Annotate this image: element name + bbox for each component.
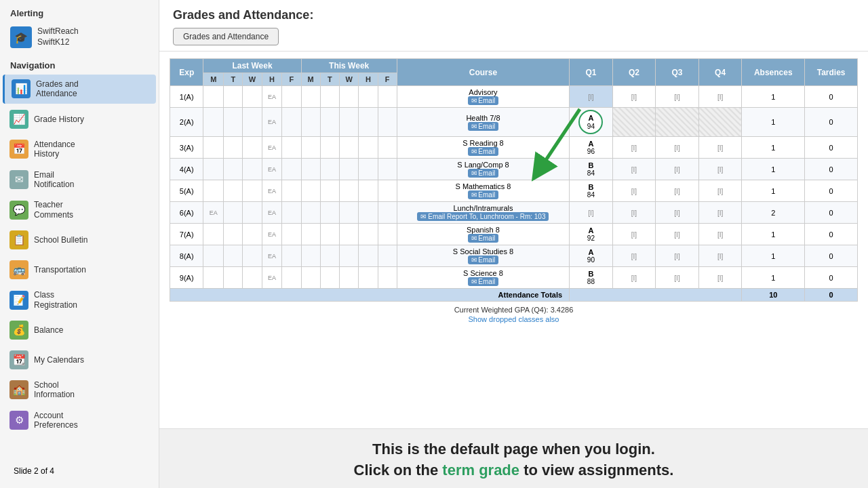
day-cell bbox=[320, 202, 339, 224]
q1-cell[interactable]: A92 bbox=[570, 224, 613, 245]
day-cell bbox=[243, 137, 262, 159]
q2-cell bbox=[612, 108, 656, 137]
day-cell bbox=[203, 137, 224, 159]
q2-cell: [I] bbox=[612, 267, 656, 289]
q1-cell[interactable]: B84 bbox=[570, 159, 613, 180]
day-cell bbox=[282, 137, 301, 159]
grade-circle[interactable]: A 94 bbox=[578, 110, 603, 134]
sidebar-item-label: EmailNotification bbox=[34, 170, 74, 190]
day-cell bbox=[359, 108, 378, 137]
gpa-area: Current Weighted GPA (Q4): 3.4286 bbox=[170, 302, 858, 315]
instruction-text: This is the default page when you login.… bbox=[173, 439, 854, 481]
day-cell bbox=[224, 108, 243, 137]
totals-row: Attendance Totals 10 0 bbox=[170, 289, 858, 302]
grades-attendance-tab[interactable]: Grades and Attendance bbox=[173, 28, 279, 45]
tardies-cell: 0 bbox=[805, 137, 858, 159]
day-cell bbox=[243, 245, 262, 267]
day-cell bbox=[282, 202, 301, 224]
day-cell bbox=[340, 224, 359, 245]
email-link[interactable]: ✉ Email bbox=[468, 96, 499, 105]
tardies-cell: 0 bbox=[805, 267, 858, 289]
sidebar-item-school-information[interactable]: 🏫 SchoolInformation bbox=[3, 375, 156, 405]
email-link[interactable]: ✉ Email bbox=[468, 256, 499, 264]
q1-cell[interactable]: [I] bbox=[570, 86, 613, 108]
q2-cell: [I] bbox=[612, 180, 656, 202]
day-cell bbox=[378, 202, 397, 224]
sidebar: Alerting 🎓 SwiftReachSwiftK12 Navigation… bbox=[0, 0, 159, 488]
sidebar-item-attendance-history[interactable]: 📅 AttendanceHistory bbox=[3, 135, 156, 164]
course-cell: Spanish 8 ✉ Email bbox=[397, 224, 569, 245]
day-cell bbox=[301, 108, 320, 137]
total-tardies: 0 bbox=[805, 289, 858, 302]
course-cell: Lunch/Intramurals ✉ Email Report To, Lun… bbox=[397, 202, 569, 224]
table-row: 1(A) EA Advisory ✉ Email [I] bbox=[170, 86, 858, 108]
sidebar-item-grades-attendance[interactable]: 📊 Grades andAttendance bbox=[3, 75, 156, 104]
absences-cell: 1 bbox=[742, 180, 805, 202]
q3-cell: [I] bbox=[656, 245, 699, 267]
last-week-header: Last Week bbox=[203, 59, 301, 73]
day-cell bbox=[203, 180, 224, 202]
email-notification-icon: ✉ bbox=[9, 170, 28, 189]
brand-name: SwiftReachSwiftK12 bbox=[37, 26, 79, 47]
table-area: Exp Last Week This Week Course Q1 Q2 Q3 … bbox=[159, 52, 868, 428]
email-link[interactable]: ✉ Email bbox=[468, 277, 499, 286]
q1-cell[interactable]: A90 bbox=[570, 245, 613, 267]
day-cell bbox=[378, 245, 397, 267]
sidebar-item-class-registration[interactable]: 📝 ClassRegistration bbox=[3, 285, 156, 314]
q3-header: Q3 bbox=[656, 59, 699, 86]
day-cell bbox=[340, 137, 359, 159]
day-cell bbox=[301, 245, 320, 267]
email-link[interactable]: ✉ Email bbox=[468, 122, 499, 131]
brand-area: 🎓 SwiftReachSwiftK12 bbox=[0, 22, 159, 55]
sidebar-item-grade-history[interactable]: 📈 Grade History bbox=[3, 105, 156, 134]
school-bulletin-icon: 📋 bbox=[9, 230, 28, 249]
email-link[interactable]: ✉ Email bbox=[468, 147, 499, 156]
sidebar-item-school-bulletin[interactable]: 📋 School Bulletin bbox=[3, 226, 156, 254]
exp-cell: 6(A) bbox=[170, 202, 203, 224]
tardies-cell: 0 bbox=[805, 159, 858, 180]
sidebar-item-my-calendars[interactable]: 📆 My Calendars bbox=[3, 346, 156, 374]
email-link[interactable]: ✉ Email bbox=[468, 234, 499, 243]
attendance-history-icon: 📅 bbox=[9, 140, 28, 159]
show-dropped-link[interactable]: Show dropped classes also bbox=[170, 315, 858, 326]
main-header: Grades and Attendance: Grades and Attend… bbox=[159, 0, 868, 52]
sidebar-item-account-preferences[interactable]: ⚙ AccountPreferences bbox=[3, 406, 156, 435]
q1-cell[interactable]: A96 bbox=[570, 137, 613, 159]
q4-cell: [I] bbox=[698, 245, 742, 267]
sidebar-item-balance[interactable]: 💰 Balance bbox=[3, 316, 156, 344]
absences-cell: 2 bbox=[742, 202, 805, 224]
email-link[interactable]: ✉ Email bbox=[468, 190, 499, 199]
day-t1: T bbox=[224, 73, 243, 86]
day-cell: EA bbox=[262, 267, 282, 289]
day-m1: M bbox=[203, 73, 224, 86]
sidebar-item-teacher-comments[interactable]: 💬 TeacherComments bbox=[3, 195, 156, 224]
email-link[interactable]: ✉ Email Report To, Lunchroom - Rm: 103 bbox=[417, 212, 549, 221]
day-cell bbox=[282, 86, 301, 108]
exp-cell: 3(A) bbox=[170, 137, 203, 159]
sidebar-item-email-notification[interactable]: ✉ EmailNotification bbox=[3, 165, 156, 195]
q1-cell[interactable]: B84 bbox=[570, 180, 613, 202]
day-cell bbox=[224, 267, 243, 289]
table-row: 2(A) EA Health 7/8 ✉ Email bbox=[170, 108, 858, 137]
table-row: 8(A) EA S Social Studies 8 ✉ Email bbox=[170, 245, 858, 267]
sidebar-item-transportation[interactable]: 🚌 Transportation bbox=[3, 256, 156, 284]
table-row: 6(A) EA EA Lunch/Intramurals ✉ Email Rep… bbox=[170, 202, 858, 224]
exp-cell: 2(A) bbox=[170, 108, 203, 137]
q2-cell: [I] bbox=[612, 202, 656, 224]
course-header: Course bbox=[397, 59, 569, 86]
transportation-icon: 🚌 bbox=[9, 260, 28, 279]
day-cell bbox=[224, 86, 243, 108]
brand-icon: 🎓 bbox=[10, 26, 32, 48]
day-cell bbox=[243, 108, 262, 137]
q4-header: Q4 bbox=[698, 59, 742, 86]
day-cell bbox=[282, 180, 301, 202]
q1-cell[interactable]: B88 bbox=[570, 267, 613, 289]
q1-cell[interactable]: A 94 bbox=[570, 108, 613, 137]
day-f1: F bbox=[282, 73, 301, 86]
day-cell bbox=[320, 86, 339, 108]
course-cell: S Social Studies 8 ✉ Email bbox=[397, 245, 569, 267]
day-cell: EA bbox=[262, 224, 282, 245]
email-link[interactable]: ✉ Email bbox=[468, 169, 499, 178]
day-m2: M bbox=[301, 73, 320, 86]
tardies-cell: 0 bbox=[805, 108, 858, 137]
